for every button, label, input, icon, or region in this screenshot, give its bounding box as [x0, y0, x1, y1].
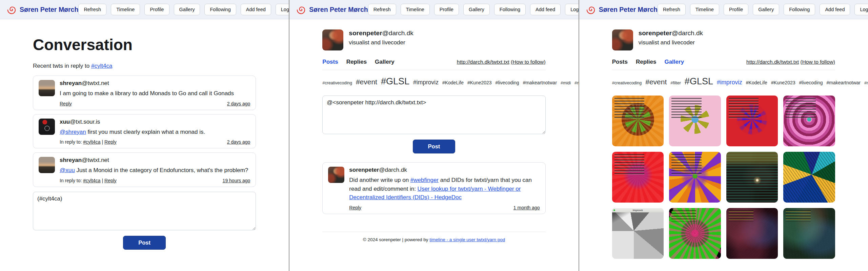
nav-button[interactable]: Refresh — [658, 4, 686, 15]
profile-tab[interactable]: Replies — [636, 59, 656, 65]
nav-button[interactable]: Profile — [144, 4, 169, 15]
nav-button[interactable]: Gallery — [463, 4, 490, 15]
in-reply-to-label: In reply to: — [60, 139, 83, 145]
footer-divider — [322, 232, 545, 232]
code-overlay — [614, 98, 644, 119]
tag-link[interactable]: #Kune2023 — [467, 80, 492, 85]
nav-button[interactable]: Log Out — [276, 4, 289, 15]
tag-link[interactable]: #midi — [864, 81, 868, 85]
mention-link[interactable]: @shreyan — [60, 129, 86, 135]
profile-tab[interactable]: Gallery — [375, 59, 395, 65]
conversation-hash-link[interactable]: #cylt4ca — [91, 63, 112, 69]
nav-button[interactable]: Profile — [724, 4, 748, 15]
hashtag-link[interactable]: #webfinger — [410, 177, 439, 183]
profile-tab[interactable]: Posts — [612, 59, 628, 65]
profile-info: sorenpeter@darch.dk visualist and liveco… — [639, 29, 703, 46]
brand-link[interactable]: Søren Peter Mørch — [587, 5, 658, 14]
tag-link[interactable]: #improviz — [717, 79, 742, 86]
tag-link[interactable]: #makeartnotwar — [523, 80, 557, 85]
gallery-item[interactable] — [669, 152, 721, 203]
brand-link[interactable]: Søren Peter Mørch — [297, 5, 368, 14]
tag-link[interactable]: #GLSL — [685, 76, 713, 86]
profile-tab[interactable]: Posts — [322, 59, 338, 65]
how-to-follow-link[interactable]: (How to follow) — [800, 59, 835, 65]
nav-button[interactable]: Add feed — [820, 4, 850, 15]
nav-button[interactable]: Refresh — [78, 4, 106, 15]
gallery-item[interactable] — [726, 208, 778, 259]
timestamp-link[interactable]: 2 days ago — [227, 101, 250, 106]
tag-link[interactable]: #improviz — [413, 79, 439, 86]
nav-button[interactable]: Following — [494, 4, 526, 15]
reply-link[interactable]: Reply — [60, 101, 72, 106]
panel-conversation: Søren Peter Mørch RefreshTimelineProfile… — [0, 0, 289, 271]
tag-link[interactable]: #creativecoding — [612, 81, 642, 85]
window-titlebar: Improviz — [612, 208, 664, 212]
profile-tab[interactable]: Gallery — [664, 59, 684, 65]
reply-link[interactable]: Reply — [104, 139, 117, 145]
reply-link[interactable]: Reply — [104, 178, 117, 183]
post-button[interactable]: Post — [123, 236, 166, 250]
gallery-item[interactable] — [726, 96, 778, 146]
nav-button[interactable]: Timeline — [690, 4, 719, 15]
tag-link[interactable]: #moire — [574, 81, 579, 85]
nav-button[interactable]: Refresh — [368, 4, 396, 15]
nav-button[interactable]: Following — [784, 4, 815, 15]
conversation-content: Conversation Recent twts in reply to #cy… — [0, 36, 289, 250]
conversation-link[interactable]: #cylt4ca — [83, 178, 100, 183]
nav-button[interactable]: Add feed — [530, 4, 561, 15]
post-button[interactable]: Post — [413, 140, 456, 153]
header: Søren Peter Mørch RefreshTimelineProfile… — [0, 0, 289, 19]
tag-link[interactable]: #event — [645, 78, 667, 86]
tag-link[interactable]: #midi — [561, 81, 571, 85]
gallery-item[interactable] — [669, 208, 721, 259]
brand-link[interactable]: Søren Peter Mørch — [7, 5, 78, 14]
timestamp-link[interactable]: 1 month ago — [513, 205, 540, 210]
tag-link[interactable]: #livecoding — [799, 80, 823, 85]
gallery-item[interactable] — [783, 208, 835, 259]
compose-textarea[interactable]: (#cylt4ca) — [33, 192, 256, 230]
tag-link[interactable]: #filter — [670, 81, 681, 85]
footer-link[interactable]: timeline - a single user twtxt/yarn pod — [429, 237, 505, 242]
nav-button[interactable]: Gallery — [753, 4, 779, 15]
gallery-item[interactable] — [726, 152, 778, 203]
profile-tab[interactable]: Replies — [346, 59, 367, 65]
tag-link[interactable]: #event — [356, 78, 377, 86]
code-overlay — [729, 210, 753, 222]
gallery-item[interactable]: Improviz — [612, 208, 664, 259]
gallery-item[interactable] — [669, 96, 721, 146]
how-to-follow-link[interactable]: (How to follow) — [511, 59, 546, 65]
gallery-item[interactable] — [612, 152, 664, 203]
nav-button[interactable]: Profile — [434, 4, 459, 15]
twt-username: xuu — [60, 119, 70, 125]
mention-link[interactable]: @xuu — [60, 167, 75, 173]
nav-button[interactable]: Add feed — [241, 4, 271, 15]
feed-url-link[interactable]: http://darch.dk/twtxt.txt — [457, 59, 509, 65]
tag-link[interactable]: #creativecoding — [322, 81, 352, 85]
feed-url-link[interactable]: http://darch.dk/twtxt.txt — [746, 59, 799, 65]
code-overlay — [671, 154, 701, 175]
nav-button[interactable]: Following — [204, 4, 236, 15]
nav-button[interactable]: Log Out — [854, 4, 868, 15]
tag-link[interactable]: #GLSL — [381, 76, 409, 86]
tag-link[interactable]: #KodeLife — [442, 80, 464, 85]
gallery-item[interactable] — [783, 152, 835, 203]
nav-button[interactable]: Log Out — [565, 4, 579, 15]
tag-link[interactable]: #livecoding — [496, 80, 519, 85]
conversation-link[interactable]: #cylt4ca — [83, 139, 100, 145]
reply-link[interactable]: Reply — [349, 205, 361, 210]
timestamp-link[interactable]: 2 days ago — [227, 139, 250, 145]
tag-link[interactable]: #Kune2023 — [771, 80, 795, 85]
conversation-subtitle: Recent twts in reply to #cylt4ca — [33, 63, 256, 69]
nav-button[interactable]: Timeline — [111, 4, 140, 15]
gallery-item[interactable] — [612, 96, 664, 146]
twt-meta: Reply 2 days ago — [60, 101, 250, 106]
tag-link[interactable]: #KodeLife — [746, 80, 767, 85]
gallery-item[interactable] — [783, 96, 835, 146]
nav-button[interactable]: Timeline — [401, 4, 430, 15]
compose-textarea[interactable]: @<sorenpeter http://darch.dk/twtxt.txt> — [322, 96, 545, 134]
tag-link[interactable]: #makeartnotwar — [827, 80, 861, 85]
code-overlay — [786, 98, 816, 119]
nav-button[interactable]: Gallery — [174, 4, 200, 15]
timestamp-link[interactable]: 19 hours ago — [223, 178, 250, 183]
meta-separator: | — [101, 178, 104, 183]
